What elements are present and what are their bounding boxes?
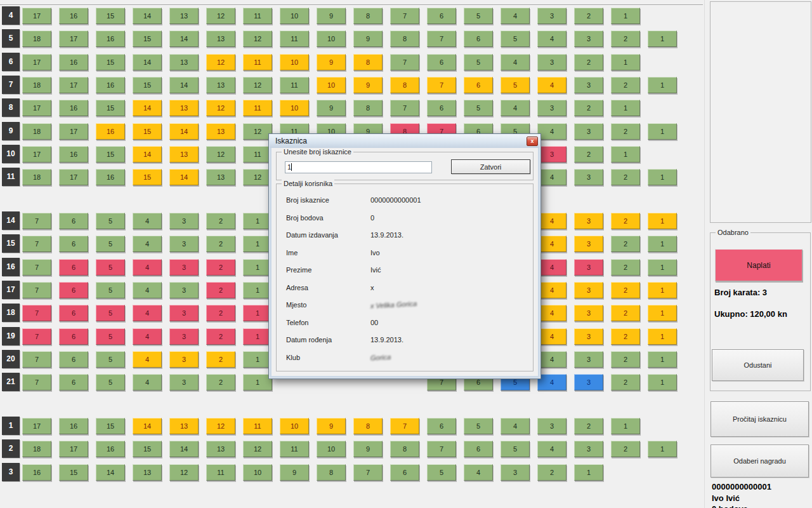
seat-row8-6[interactable]: 6	[427, 100, 456, 116]
seat-row2-4[interactable]: 4	[537, 441, 566, 457]
seat-row19-2[interactable]: 2	[206, 328, 235, 345]
seat-row1-1[interactable]: 1	[611, 418, 640, 434]
seat-row4-8[interactable]: 8	[353, 8, 383, 24]
seat-row3-2[interactable]: 2	[537, 464, 566, 481]
seat-row3-10[interactable]: 10	[243, 464, 272, 481]
seat-row1-3[interactable]: 3	[537, 418, 566, 434]
seat-row5-14[interactable]: 14	[169, 30, 199, 47]
seat-row14-4[interactable]: 4	[133, 213, 162, 229]
seat-row8-8[interactable]: 8	[353, 100, 383, 116]
seat-row7-8[interactable]: 8	[390, 77, 419, 93]
seat-row6-8[interactable]: 8	[353, 54, 383, 70]
seat-row6-7[interactable]: 7	[390, 54, 419, 70]
seat-row5-2[interactable]: 2	[611, 30, 640, 47]
seat-row5-10[interactable]: 10	[317, 30, 346, 47]
seat-row6-15[interactable]: 15	[96, 54, 125, 70]
seat-row21-2[interactable]: 2	[206, 374, 235, 391]
seat-row4-15[interactable]: 15	[96, 8, 125, 24]
seat-row20-4[interactable]: 4	[537, 351, 566, 368]
seat-row17-3[interactable]: 3	[574, 282, 603, 298]
seat-row19-3[interactable]: 3	[169, 328, 199, 345]
seat-row11-1[interactable]: 1	[648, 169, 677, 185]
seat-row18-2[interactable]: 2	[611, 305, 640, 321]
seat-row4-7[interactable]: 7	[390, 8, 419, 24]
seat-row2-14[interactable]: 14	[169, 441, 199, 457]
seat-row2-3[interactable]: 3	[574, 441, 603, 457]
seat-row14-3[interactable]: 3	[574, 213, 603, 229]
seat-row8-7[interactable]: 7	[390, 100, 419, 116]
seat-row19-4[interactable]: 4	[133, 328, 162, 345]
seat-row5-8[interactable]: 8	[390, 30, 419, 47]
seat-row7-17[interactable]: 17	[59, 77, 88, 93]
seat-row6-11[interactable]: 11	[243, 54, 272, 70]
seat-row17-4[interactable]: 4	[133, 282, 162, 298]
seat-row6-4[interactable]: 4	[501, 54, 530, 70]
odustani-button[interactable]: Odustani	[712, 349, 804, 381]
seat-row5-12[interactable]: 12	[243, 30, 272, 47]
seat-row7-7[interactable]: 7	[427, 77, 456, 93]
seat-row18-6[interactable]: 6	[59, 305, 88, 321]
seat-row17-4[interactable]: 4	[537, 282, 566, 298]
seat-row19-2[interactable]: 2	[611, 328, 640, 345]
seat-row5-1[interactable]: 1	[648, 30, 677, 47]
seat-row10-12[interactable]: 12	[206, 146, 235, 163]
seat-row4-14[interactable]: 14	[133, 8, 162, 24]
procitaj-iskaznicu-button[interactable]: Pročitaj iskaznicu	[710, 401, 809, 437]
seat-row1-7[interactable]: 7	[390, 418, 419, 434]
seat-row2-18[interactable]: 18	[22, 441, 51, 457]
seat-row9-2[interactable]: 2	[611, 123, 640, 140]
seat-row8-16[interactable]: 16	[59, 100, 88, 116]
seat-row10-2[interactable]: 2	[574, 146, 603, 163]
seat-row3-6[interactable]: 6	[390, 464, 419, 481]
seat-row7-12[interactable]: 12	[243, 77, 272, 93]
seat-row4-4[interactable]: 4	[501, 8, 530, 24]
seat-row11-14[interactable]: 14	[169, 169, 199, 185]
seat-row18-3[interactable]: 3	[574, 305, 603, 321]
seat-row18-7[interactable]: 7	[22, 305, 51, 321]
seat-row11-2[interactable]: 2	[611, 169, 640, 185]
seat-row3-5[interactable]: 5	[427, 464, 456, 481]
seat-row2-1[interactable]: 1	[648, 441, 677, 457]
seat-row9-13[interactable]: 13	[206, 123, 235, 140]
seat-row16-2[interactable]: 2	[206, 259, 235, 276]
seat-row4-10[interactable]: 10	[280, 8, 309, 24]
seat-row9-14[interactable]: 14	[169, 123, 199, 140]
seat-row2-10[interactable]: 10	[317, 441, 346, 457]
seat-row11-3[interactable]: 3	[574, 169, 603, 185]
seat-row2-9[interactable]: 9	[353, 441, 383, 457]
seat-row1-2[interactable]: 2	[574, 418, 603, 434]
seat-row15-2[interactable]: 2	[611, 236, 640, 252]
seat-row16-6[interactable]: 6	[59, 259, 88, 276]
dialog-titlebar[interactable]: Iskaznica x	[270, 135, 540, 148]
seat-row10-15[interactable]: 15	[96, 146, 125, 163]
seat-row3-7[interactable]: 7	[353, 464, 383, 481]
seat-row1-9[interactable]: 9	[317, 418, 346, 434]
seat-row7-14[interactable]: 14	[169, 77, 199, 93]
seat-row8-13[interactable]: 13	[169, 100, 199, 116]
seat-row5-17[interactable]: 17	[59, 30, 88, 47]
seat-row7-13[interactable]: 13	[206, 77, 235, 93]
seat-row4-17[interactable]: 17	[22, 8, 51, 24]
seat-row17-5[interactable]: 5	[96, 282, 125, 298]
seat-row15-6[interactable]: 6	[59, 236, 88, 252]
seat-row10-17[interactable]: 17	[22, 146, 51, 163]
zatvori-button[interactable]: Zatvori	[451, 159, 530, 174]
seat-row4-2[interactable]: 2	[574, 8, 603, 24]
seat-row18-5[interactable]: 5	[96, 305, 125, 321]
seat-row3-15[interactable]: 15	[59, 464, 88, 481]
seat-row3-9[interactable]: 9	[280, 464, 309, 481]
seat-row7-6[interactable]: 6	[464, 77, 493, 93]
seat-row17-2[interactable]: 2	[611, 282, 640, 298]
seat-row10-3[interactable]: 3	[537, 146, 566, 163]
seat-row21-7[interactable]: 7	[22, 374, 51, 391]
seat-row19-1[interactable]: 1	[648, 328, 677, 345]
seat-row8-9[interactable]: 9	[317, 100, 346, 116]
seat-row5-11[interactable]: 11	[280, 30, 309, 47]
seat-row3-3[interactable]: 3	[501, 464, 530, 481]
seat-row14-2[interactable]: 2	[611, 213, 640, 229]
seat-row15-1[interactable]: 1	[648, 236, 677, 252]
seat-row16-3[interactable]: 3	[574, 259, 603, 276]
seat-row8-17[interactable]: 17	[22, 100, 51, 116]
seat-row11-13[interactable]: 13	[206, 169, 235, 185]
seat-row5-16[interactable]: 16	[96, 30, 125, 47]
